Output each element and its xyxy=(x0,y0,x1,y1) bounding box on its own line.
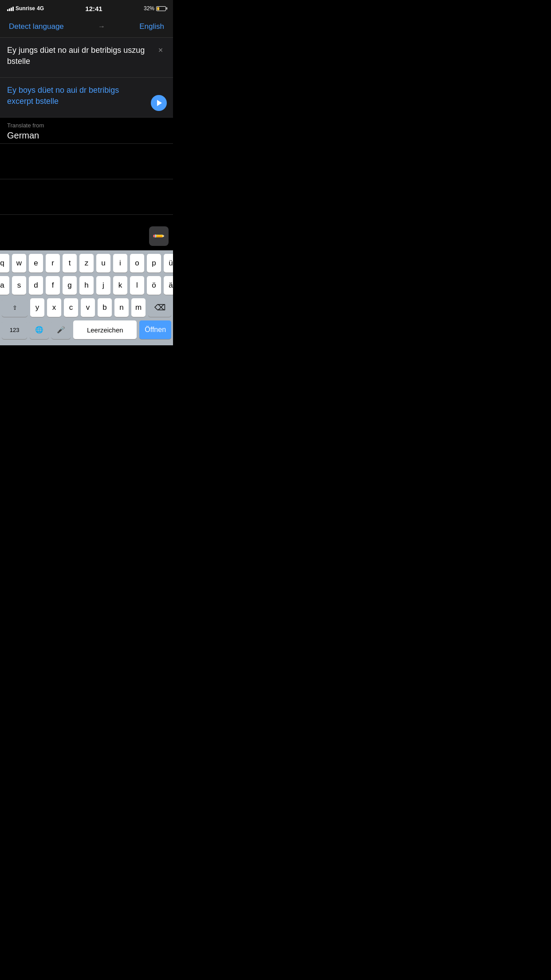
action-key[interactable]: Öffnen xyxy=(139,320,171,339)
key-v[interactable]: v xyxy=(81,298,95,317)
globe-key[interactable]: 🌐 xyxy=(30,320,49,339)
shift-key[interactable]: ⇧ xyxy=(2,298,28,317)
signal-icon xyxy=(7,6,14,11)
key-m[interactable]: m xyxy=(131,298,146,317)
language-selector-bar: Detect language → English xyxy=(0,16,173,38)
key-z[interactable]: z xyxy=(79,254,94,273)
space-key[interactable]: Leerzeichen xyxy=(73,320,137,339)
translation-result-area: Ey boys düet no aui dr betribigs excerpt… xyxy=(0,78,173,118)
status-bar: Sunrise 4G 12:41 32% xyxy=(0,0,173,16)
backspace-key[interactable]: ⌫ xyxy=(148,298,171,317)
key-c[interactable]: c xyxy=(64,298,78,317)
translate-from-section: Translate from German xyxy=(0,118,173,144)
key-n[interactable]: n xyxy=(114,298,129,317)
network-type: 4G xyxy=(37,5,44,12)
key-d[interactable]: d xyxy=(29,276,43,295)
key-l[interactable]: l xyxy=(130,276,144,295)
key-t[interactable]: t xyxy=(63,254,77,273)
key-q[interactable]: q xyxy=(0,254,9,273)
key-o[interactable]: o xyxy=(130,254,144,273)
battery-fill xyxy=(157,7,159,10)
key-j[interactable]: j xyxy=(96,276,110,295)
key-y[interactable]: y xyxy=(30,298,44,317)
key-w[interactable]: w xyxy=(12,254,26,273)
key-g[interactable]: g xyxy=(63,276,77,295)
numeric-key[interactable]: 123 xyxy=(2,320,27,339)
key-k[interactable]: k xyxy=(113,276,127,295)
keyboard: q w e r t z u i o p ü a s d f g h j k l … xyxy=(0,250,173,345)
key-u[interactable]: u xyxy=(96,254,110,273)
backspace-icon: ⌫ xyxy=(154,303,165,312)
keyboard-row-1: q w e r t z u i o p ü xyxy=(2,254,171,273)
key-oe[interactable]: ö xyxy=(147,276,161,295)
carrier-info: Sunrise 4G xyxy=(7,5,44,12)
pencil-button[interactable]: ✏️ xyxy=(149,226,169,246)
key-ae[interactable]: ä xyxy=(164,276,173,295)
empty-area-2 xyxy=(0,179,173,215)
key-i[interactable]: i xyxy=(113,254,127,273)
key-e[interactable]: e xyxy=(29,254,43,273)
key-s[interactable]: s xyxy=(12,276,26,295)
detect-language-button[interactable]: Detect language xyxy=(9,22,64,31)
play-icon xyxy=(157,100,162,106)
translate-from-label: Translate from xyxy=(7,122,166,129)
battery-info: 32% xyxy=(144,5,166,12)
mic-key[interactable]: 🎤 xyxy=(51,320,71,339)
battery-icon xyxy=(156,6,166,11)
key-a[interactable]: a xyxy=(0,276,9,295)
empty-area-1 xyxy=(0,144,173,179)
key-h[interactable]: h xyxy=(79,276,94,295)
keyboard-row-2: a s d f g h j k l ö ä xyxy=(2,276,171,295)
play-button[interactable] xyxy=(151,95,167,111)
key-p[interactable]: p xyxy=(147,254,161,273)
language-arrow-icon: → xyxy=(98,23,105,31)
key-b[interactable]: b xyxy=(98,298,112,317)
source-input-area[interactable]: Ey jungs düet no aui dr betribigs uszug … xyxy=(0,38,173,78)
empty-area-3: ✏️ xyxy=(0,215,173,250)
keyboard-bottom-row: 123 🌐 🎤 Leerzeichen Öffnen xyxy=(2,320,171,339)
key-x[interactable]: x xyxy=(47,298,61,317)
clear-button[interactable]: × xyxy=(154,44,167,56)
keyboard-row-3: ⇧ y x c v b n m ⌫ xyxy=(2,298,171,317)
carrier-name: Sunrise xyxy=(16,5,35,12)
source-text: Ey jungs düet no aui dr betribigs uszug … xyxy=(7,45,166,67)
pencil-icon: ✏️ xyxy=(152,229,165,243)
key-f[interactable]: f xyxy=(46,276,60,295)
source-language[interactable]: German xyxy=(7,130,166,141)
translated-text: Ey boys düet no aui dr betribigs excerpt… xyxy=(7,85,166,107)
target-language-button[interactable]: English xyxy=(139,22,164,31)
key-ue[interactable]: ü xyxy=(164,254,173,273)
key-r[interactable]: r xyxy=(46,254,60,273)
status-time: 12:41 xyxy=(85,5,102,12)
battery-percent: 32% xyxy=(144,5,154,12)
